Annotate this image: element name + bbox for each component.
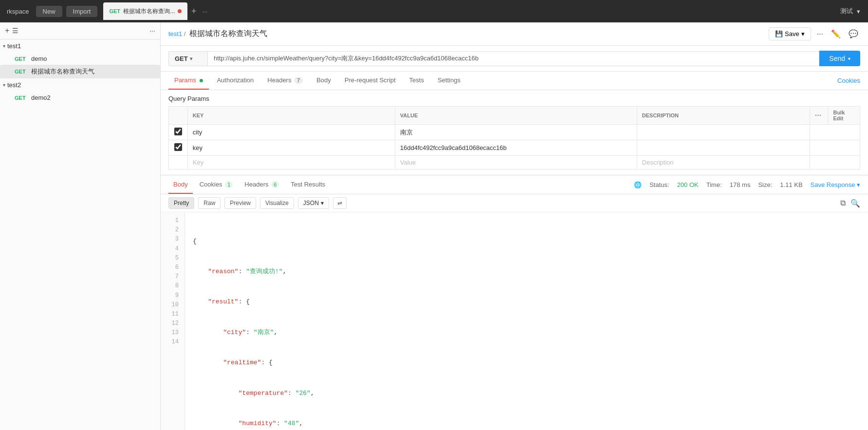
send-label: Send	[829, 55, 845, 62]
format-pretty-button[interactable]: Pretty	[168, 197, 194, 209]
add-tab-button[interactable]: +	[188, 6, 200, 17]
json-arrow: ▾	[321, 200, 324, 206]
code-line-2: "reason": "查询成功!",	[193, 267, 860, 277]
tab-settings[interactable]: Settings	[432, 72, 466, 90]
cookies-button[interactable]: Cookies	[837, 77, 860, 84]
param-row-city: city 南京	[169, 125, 860, 140]
checkbox-cell-key	[169, 140, 188, 156]
globe-icon: 🌐	[634, 181, 642, 188]
collection-name-test1: test1	[7, 42, 21, 50]
param-checkbox-city[interactable]	[174, 128, 182, 135]
tab-nav-right: Cookies	[837, 77, 860, 84]
json-label: JSON	[303, 200, 319, 206]
sidebar-more-icon[interactable]: ···	[149, 27, 155, 35]
param-key-key: key	[193, 144, 203, 151]
request-title: 根据城市名称查询天气	[189, 29, 267, 39]
search-response-button[interactable]: 🔍	[850, 199, 860, 208]
param-value-key: 16dd4fc492fcc9a9ca6d1068ecacc16b	[400, 144, 507, 151]
code-line-3: "result": {	[193, 297, 860, 307]
desc-cell-new[interactable]: Description	[637, 156, 810, 169]
headers-badge: 7	[294, 77, 303, 84]
method-arrow: ▾	[190, 56, 192, 61]
active-request-tab[interactable]: GET 根据城市名称查询...	[103, 2, 187, 20]
response-tabs-bar: Body Cookies 1 Headers 6 Test Results 🌐 …	[161, 176, 868, 194]
col-header-bulk[interactable]: Bulk Edit	[828, 107, 860, 125]
top-right-arrow[interactable]: ▾	[857, 8, 860, 15]
code-content: { "reason": "查询成功!", "result": { "city":…	[185, 212, 868, 430]
tabs-more-button[interactable]: ···	[201, 8, 210, 15]
request-name-demo2: demo2	[31, 94, 51, 101]
tab-body[interactable]: Body	[311, 72, 337, 90]
collection-test2: ▾ test2 GET demo2	[0, 78, 160, 104]
method-value: GET	[175, 55, 188, 62]
comment-icon-button[interactable]: 💬	[847, 27, 860, 40]
filter-icon[interactable]: ☰	[12, 27, 18, 35]
top-bar: rkspace New Import GET 根据城市名称查询... + ···…	[0, 0, 868, 22]
tab-tests[interactable]: Tests	[404, 72, 430, 90]
method-label-get: GET	[15, 95, 28, 101]
params-active-dot	[200, 79, 203, 82]
request-item-weather[interactable]: GET 根据城市名称查询天气	[0, 65, 160, 78]
value-cell-new[interactable]: Value	[395, 156, 637, 169]
resp-tab-body[interactable]: Body	[168, 176, 193, 194]
resp-body-label: Body	[173, 181, 188, 188]
tab-prerequest[interactable]: Pre-request Script	[339, 72, 402, 90]
resp-tab-headers[interactable]: Headers 6	[240, 176, 284, 194]
key-cell-city: city	[187, 125, 395, 140]
resp-toolbar-right: ⧉ 🔍	[840, 199, 860, 208]
request-item-demo2[interactable]: GET demo2	[0, 92, 160, 104]
url-input[interactable]	[207, 51, 819, 66]
col-header-value: VALUE	[395, 107, 637, 125]
request-item-demo[interactable]: GET demo	[0, 53, 160, 65]
table-more-icon[interactable]: ···	[815, 111, 821, 119]
code-line-4: "city": "南京",	[193, 328, 860, 338]
size-label: Size:	[758, 181, 772, 188]
placeholder-key: Key	[193, 159, 203, 166]
copy-response-button[interactable]: ⧉	[840, 199, 846, 207]
breadcrumb-link[interactable]: test1	[168, 30, 182, 37]
resp-tab-cookies[interactable]: Cookies 1	[195, 176, 238, 194]
line-numbers: 1 2 3 4 5 6 7 8 9 10 11 12 13 14	[161, 212, 185, 430]
code-line-5: "realtime": {	[193, 358, 860, 368]
resp-cookies-label: Cookies	[200, 181, 222, 188]
tab-authorization[interactable]: Authorization	[211, 72, 259, 90]
save-response-button[interactable]: Save Response ▾	[811, 181, 860, 188]
add-collection-icon[interactable]: +	[5, 26, 9, 35]
status-value: 200 OK	[677, 181, 699, 188]
tab-headers[interactable]: Headers 7	[261, 72, 309, 90]
resp-tab-test-results[interactable]: Test Results	[286, 176, 330, 194]
workspace-label: rkspace	[4, 8, 32, 15]
key-cell-new[interactable]: Key	[187, 156, 395, 169]
format-preview-button[interactable]: Preview	[224, 197, 256, 209]
save-button[interactable]: 💾 Save ▾	[769, 27, 811, 40]
placeholder-desc: Description	[642, 159, 674, 166]
wrap-lines-button[interactable]: ⇌	[333, 197, 347, 209]
import-button[interactable]: Import	[66, 6, 98, 17]
tab-params[interactable]: Params	[168, 72, 209, 90]
more-options-button[interactable]: ···	[815, 28, 825, 40]
send-button[interactable]: Send ▾	[819, 51, 860, 66]
response-code-area: 1 2 3 4 5 6 7 8 9 10 11 12 13 14	[161, 212, 868, 430]
edit-icon-button[interactable]: ✏️	[829, 27, 843, 40]
collection-toggle-test2[interactable]: ▾ test2	[0, 78, 160, 92]
json-select[interactable]: JSON ▾	[298, 197, 329, 209]
new-button[interactable]: New	[36, 6, 62, 17]
param-row-new: Key Value Description	[169, 156, 860, 169]
format-raw-button[interactable]: Raw	[198, 197, 221, 209]
time-value: 178 ms	[730, 181, 751, 188]
method-select[interactable]: GET ▾	[168, 51, 207, 66]
request-name-demo: demo	[31, 55, 47, 62]
key-cell-key: key	[187, 140, 395, 156]
content-area: test1 / 根据城市名称查询天气 💾 Save ▾ ··· ✏️ 💬 GET…	[161, 22, 868, 430]
top-right-area: 测试 ▾	[840, 7, 864, 16]
code-line-7: "humidity": "48",	[193, 419, 860, 429]
param-row-key: key 16dd4fc492fcc9a9ca6d1068ecacc16b	[169, 140, 860, 156]
param-checkbox-key[interactable]	[174, 143, 182, 151]
query-params-title: Query Params	[168, 95, 860, 102]
auth-label: Authorization	[217, 76, 254, 84]
params-table: KEY VALUE DESCRIPTION ··· Bulk Edit city…	[168, 106, 860, 169]
collection-toggle-test1[interactable]: ▾ test1	[0, 39, 160, 53]
code-line-1: {	[193, 237, 860, 247]
format-visualize-button[interactable]: Visualize	[260, 197, 294, 209]
request-tabs-nav: Params Authorization Headers 7 Body Pre-…	[161, 72, 868, 90]
